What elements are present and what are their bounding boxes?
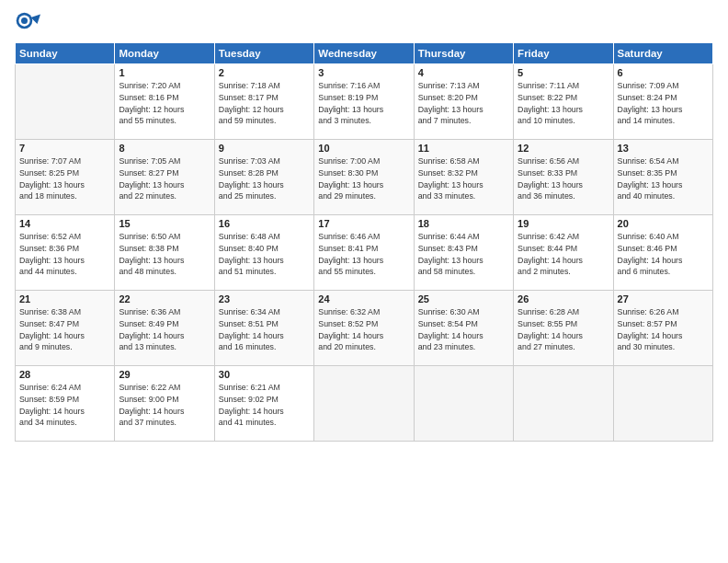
day-number: 4 (418, 67, 509, 78)
day-number: 11 (418, 143, 509, 154)
logo (15, 11, 44, 37)
cell-content: Sunrise: 6:48 AM Sunset: 8:40 PM Dayligh… (219, 231, 310, 278)
header-day-wednesday: Wednesday (314, 43, 414, 64)
day-number: 10 (318, 143, 409, 154)
calendar-body: 1Sunrise: 7:20 AM Sunset: 8:16 PM Daylig… (16, 64, 713, 442)
cell-content: Sunrise: 7:07 AM Sunset: 8:25 PM Dayligh… (19, 155, 110, 202)
cell-content: Sunrise: 6:56 AM Sunset: 8:33 PM Dayligh… (518, 155, 609, 202)
day-number: 17 (318, 218, 409, 229)
calendar-cell: 11Sunrise: 6:58 AM Sunset: 8:32 PM Dayli… (414, 140, 513, 215)
day-number: 25 (418, 293, 509, 304)
svg-point-2 (21, 17, 28, 24)
cell-content: Sunrise: 6:58 AM Sunset: 8:32 PM Dayligh… (418, 155, 509, 202)
header-day-thursday: Thursday (414, 43, 513, 64)
day-number: 26 (518, 293, 609, 304)
day-number: 12 (518, 143, 609, 154)
cell-content: Sunrise: 6:21 AM Sunset: 9:02 PM Dayligh… (219, 382, 310, 429)
day-number: 23 (219, 293, 310, 304)
calendar-cell: 16Sunrise: 6:48 AM Sunset: 8:40 PM Dayli… (214, 215, 313, 291)
calendar-cell: 7Sunrise: 7:07 AM Sunset: 8:25 PM Daylig… (16, 140, 115, 215)
day-number: 2 (219, 67, 310, 78)
header-day-tuesday: Tuesday (214, 43, 313, 64)
calendar-cell (314, 366, 414, 442)
day-number: 16 (219, 218, 310, 229)
day-number: 6 (618, 67, 709, 78)
week-row-5: 28Sunrise: 6:24 AM Sunset: 8:59 PM Dayli… (16, 366, 713, 442)
day-number: 30 (219, 369, 310, 380)
header-day-friday: Friday (514, 43, 613, 64)
week-row-1: 1Sunrise: 7:20 AM Sunset: 8:16 PM Daylig… (16, 64, 713, 140)
cell-content: Sunrise: 6:22 AM Sunset: 9:00 PM Dayligh… (119, 382, 210, 429)
calendar-cell: 9Sunrise: 7:03 AM Sunset: 8:28 PM Daylig… (214, 140, 313, 215)
calendar-cell: 6Sunrise: 7:09 AM Sunset: 8:24 PM Daylig… (613, 64, 712, 140)
calendar-cell: 18Sunrise: 6:44 AM Sunset: 8:43 PM Dayli… (414, 215, 513, 291)
cell-content: Sunrise: 6:50 AM Sunset: 8:38 PM Dayligh… (119, 231, 210, 278)
day-number: 15 (119, 218, 210, 229)
cell-content: Sunrise: 6:46 AM Sunset: 8:41 PM Dayligh… (318, 231, 409, 278)
cell-content: Sunrise: 6:34 AM Sunset: 8:51 PM Dayligh… (219, 306, 310, 353)
day-number: 22 (119, 293, 210, 304)
calendar-table: SundayMondayTuesdayWednesdayThursdayFrid… (15, 42, 713, 442)
calendar-cell: 14Sunrise: 6:52 AM Sunset: 8:36 PM Dayli… (16, 215, 115, 291)
day-number: 14 (19, 218, 110, 229)
day-number: 7 (19, 143, 110, 154)
calendar-cell: 13Sunrise: 6:54 AM Sunset: 8:35 PM Dayli… (613, 140, 712, 215)
cell-content: Sunrise: 7:16 AM Sunset: 8:19 PM Dayligh… (318, 80, 409, 127)
cell-content: Sunrise: 6:36 AM Sunset: 8:49 PM Dayligh… (119, 306, 210, 353)
calendar-cell: 29Sunrise: 6:22 AM Sunset: 9:00 PM Dayli… (115, 366, 214, 442)
calendar-cell: 5Sunrise: 7:11 AM Sunset: 8:22 PM Daylig… (514, 64, 613, 140)
svg-marker-3 (31, 15, 41, 25)
cell-content: Sunrise: 7:18 AM Sunset: 8:17 PM Dayligh… (219, 80, 310, 127)
day-number: 9 (219, 143, 310, 154)
calendar-cell: 8Sunrise: 7:05 AM Sunset: 8:27 PM Daylig… (115, 140, 214, 215)
calendar-cell: 30Sunrise: 6:21 AM Sunset: 9:02 PM Dayli… (214, 366, 313, 442)
cell-content: Sunrise: 6:30 AM Sunset: 8:54 PM Dayligh… (418, 306, 509, 353)
day-number: 28 (19, 369, 110, 380)
cell-content: Sunrise: 7:11 AM Sunset: 8:22 PM Dayligh… (518, 80, 609, 127)
cell-content: Sunrise: 6:26 AM Sunset: 8:57 PM Dayligh… (618, 306, 709, 353)
day-number: 13 (618, 143, 709, 154)
calendar-cell: 10Sunrise: 7:00 AM Sunset: 8:30 PM Dayli… (314, 140, 414, 215)
day-number: 3 (318, 67, 409, 78)
header-day-sunday: Sunday (16, 43, 115, 64)
day-number: 21 (19, 293, 110, 304)
day-number: 8 (119, 143, 210, 154)
day-number: 18 (418, 218, 509, 229)
calendar-cell: 27Sunrise: 6:26 AM Sunset: 8:57 PM Dayli… (613, 291, 712, 366)
cell-content: Sunrise: 6:52 AM Sunset: 8:36 PM Dayligh… (19, 231, 110, 278)
calendar-cell: 28Sunrise: 6:24 AM Sunset: 8:59 PM Dayli… (16, 366, 115, 442)
logo-icon (15, 11, 40, 37)
header-row: SundayMondayTuesdayWednesdayThursdayFrid… (16, 43, 713, 64)
calendar-cell: 26Sunrise: 6:28 AM Sunset: 8:55 PM Dayli… (514, 291, 613, 366)
calendar-cell (16, 64, 115, 140)
calendar-cell: 1Sunrise: 7:20 AM Sunset: 8:16 PM Daylig… (115, 64, 214, 140)
cell-content: Sunrise: 6:42 AM Sunset: 8:44 PM Dayligh… (518, 231, 609, 278)
calendar-cell: 25Sunrise: 6:30 AM Sunset: 8:54 PM Dayli… (414, 291, 513, 366)
calendar-cell: 12Sunrise: 6:56 AM Sunset: 8:33 PM Dayli… (514, 140, 613, 215)
calendar-cell (514, 366, 613, 442)
day-number: 29 (119, 369, 210, 380)
calendar-cell: 4Sunrise: 7:13 AM Sunset: 8:20 PM Daylig… (414, 64, 513, 140)
cell-content: Sunrise: 7:20 AM Sunset: 8:16 PM Dayligh… (119, 80, 210, 127)
cell-content: Sunrise: 6:24 AM Sunset: 8:59 PM Dayligh… (19, 382, 110, 429)
calendar-cell (414, 366, 513, 442)
day-number: 19 (518, 218, 609, 229)
day-number: 27 (618, 293, 709, 304)
cell-content: Sunrise: 6:28 AM Sunset: 8:55 PM Dayligh… (518, 306, 609, 353)
cell-content: Sunrise: 7:03 AM Sunset: 8:28 PM Dayligh… (219, 155, 310, 202)
cell-content: Sunrise: 7:05 AM Sunset: 8:27 PM Dayligh… (119, 155, 210, 202)
day-number: 24 (318, 293, 409, 304)
header (15, 11, 713, 37)
calendar-cell: 22Sunrise: 6:36 AM Sunset: 8:49 PM Dayli… (115, 291, 214, 366)
calendar-cell: 3Sunrise: 7:16 AM Sunset: 8:19 PM Daylig… (314, 64, 414, 140)
calendar-cell: 15Sunrise: 6:50 AM Sunset: 8:38 PM Dayli… (115, 215, 214, 291)
calendar-cell: 24Sunrise: 6:32 AM Sunset: 8:52 PM Dayli… (314, 291, 414, 366)
day-number: 1 (119, 67, 210, 78)
calendar-cell: 20Sunrise: 6:40 AM Sunset: 8:46 PM Dayli… (613, 215, 712, 291)
cell-content: Sunrise: 6:38 AM Sunset: 8:47 PM Dayligh… (19, 306, 110, 353)
calendar-cell: 2Sunrise: 7:18 AM Sunset: 8:17 PM Daylig… (214, 64, 313, 140)
week-row-4: 21Sunrise: 6:38 AM Sunset: 8:47 PM Dayli… (16, 291, 713, 366)
calendar-cell: 23Sunrise: 6:34 AM Sunset: 8:51 PM Dayli… (214, 291, 313, 366)
calendar-cell: 19Sunrise: 6:42 AM Sunset: 8:44 PM Dayli… (514, 215, 613, 291)
day-number: 5 (518, 67, 609, 78)
